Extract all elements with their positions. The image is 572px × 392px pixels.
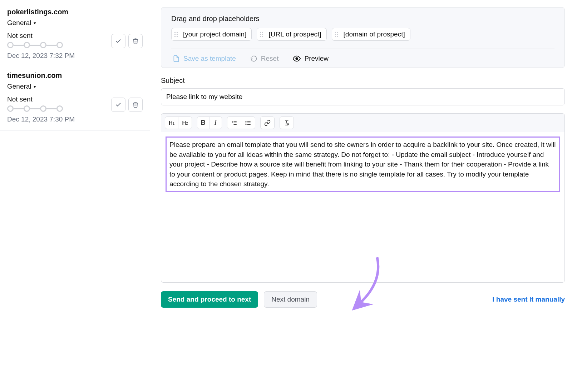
check-icon [115, 101, 122, 108]
save-template-button[interactable]: Save as template [173, 55, 236, 63]
subject-label: Subject [161, 76, 565, 85]
placeholders-title: Drag and drop placeholders [171, 15, 554, 23]
sidebar-item[interactable]: pokerlistings.com General ▾ Not sent Dec… [0, 4, 150, 67]
editor: H1 H2 B I [161, 113, 565, 283]
reset-label: Reset [261, 55, 279, 63]
svg-point-0 [296, 58, 298, 60]
reset-button[interactable]: Reset [250, 55, 279, 63]
italic-button[interactable]: I [209, 117, 222, 129]
bold-button[interactable]: B [197, 117, 209, 129]
chip-label: [your project domain] [183, 30, 246, 38]
list-group [227, 116, 255, 129]
file-icon [173, 55, 180, 62]
chevron-down-icon: ▾ [34, 84, 36, 89]
sidebar: pokerlistings.com General ▾ Not sent Dec… [0, 0, 150, 392]
ordered-list-icon [231, 120, 237, 126]
progress-dot [56, 105, 63, 112]
clear-format-button[interactable] [280, 117, 294, 129]
placeholder-chip[interactable]: [URL of prospect] [257, 28, 326, 41]
chip-label: [URL of prospect] [268, 30, 321, 38]
svg-point-7 [246, 121, 246, 121]
editor-toolbar: H1 H2 B I [161, 114, 564, 132]
main-content: Drag and drop placeholders [your project… [150, 0, 572, 392]
save-label: Save as template [183, 55, 236, 63]
progress-dot [40, 105, 46, 112]
category-toggle[interactable]: General ▾ [7, 83, 143, 90]
timestamp: Dec 12, 2023 7:32 PM [7, 52, 143, 60]
sidebar-item[interactable]: timesunion.com General ▾ Not sent Dec 12… [0, 67, 150, 131]
h1-button[interactable]: H1 [165, 117, 178, 129]
category-toggle[interactable]: General ▾ [7, 19, 143, 27]
undo-icon [250, 55, 257, 62]
clear-group [280, 116, 294, 129]
heading-group: H1 H2 [165, 116, 192, 129]
placeholder-chip[interactable]: [domain of prospect] [332, 28, 410, 41]
progress-dot [24, 42, 30, 48]
progress-dot [7, 42, 14, 48]
editor-body[interactable]: Please prepare an email template that yo… [161, 132, 564, 282]
unordered-list-icon [245, 120, 251, 126]
site-domain: pokerlistings.com [7, 8, 143, 16]
progress-line [46, 45, 56, 46]
trash-icon [132, 101, 139, 108]
link-icon [264, 120, 271, 126]
mark-done-button[interactable] [111, 34, 125, 48]
action-row: Send and proceed to next Next domain I h… [161, 291, 565, 308]
placeholder-chip[interactable]: [your project domain] [171, 28, 252, 41]
chip-label: [domain of prospect] [344, 30, 405, 38]
divider [171, 49, 554, 49]
ordered-list-button[interactable] [227, 117, 241, 129]
link-group [260, 116, 275, 129]
svg-point-9 [246, 124, 246, 125]
chip-row: [your project domain] [URL of prospect] … [171, 28, 554, 41]
next-domain-button[interactable]: Next domain [264, 291, 317, 308]
eye-icon [293, 55, 301, 63]
check-icon [115, 38, 122, 44]
h2-button[interactable]: H2 [178, 117, 191, 129]
chevron-down-icon: ▾ [34, 20, 36, 26]
format-group: B I [197, 116, 222, 129]
unordered-list-button[interactable] [241, 117, 255, 129]
progress-line [30, 45, 40, 46]
timestamp: Dec 12, 2023 7:30 PM [7, 115, 143, 123]
progress-line [14, 45, 24, 46]
placeholders-panel: Drag and drop placeholders [your project… [161, 7, 565, 68]
sent-manually-link[interactable]: I have sent it manually [492, 296, 565, 303]
progress-line [30, 108, 40, 109]
drag-handle-icon [260, 32, 265, 37]
category-label: General [7, 83, 31, 90]
category-label: General [7, 19, 31, 27]
delete-button[interactable] [128, 98, 143, 112]
subject-input[interactable] [161, 88, 565, 105]
send-proceed-button[interactable]: Send and proceed to next [161, 291, 258, 308]
delete-button[interactable] [128, 34, 143, 48]
progress-dot [24, 105, 30, 112]
preview-button[interactable]: Preview [293, 55, 329, 63]
link-button[interactable] [261, 117, 274, 129]
trash-icon [132, 38, 139, 44]
preview-label: Preview [304, 55, 329, 63]
svg-point-8 [246, 123, 246, 123]
progress-dot [7, 105, 14, 112]
drag-handle-icon [174, 32, 179, 37]
progress-line [46, 108, 56, 109]
mark-done-button[interactable] [111, 98, 125, 112]
progress-line [14, 108, 24, 109]
clear-format-icon [283, 120, 290, 126]
site-domain: timesunion.com [7, 71, 143, 80]
editor-text-highlight: Please prepare an email template that yo… [166, 137, 560, 192]
drag-handle-icon [335, 32, 340, 37]
progress-dot [40, 42, 46, 48]
progress-dot [56, 42, 63, 48]
